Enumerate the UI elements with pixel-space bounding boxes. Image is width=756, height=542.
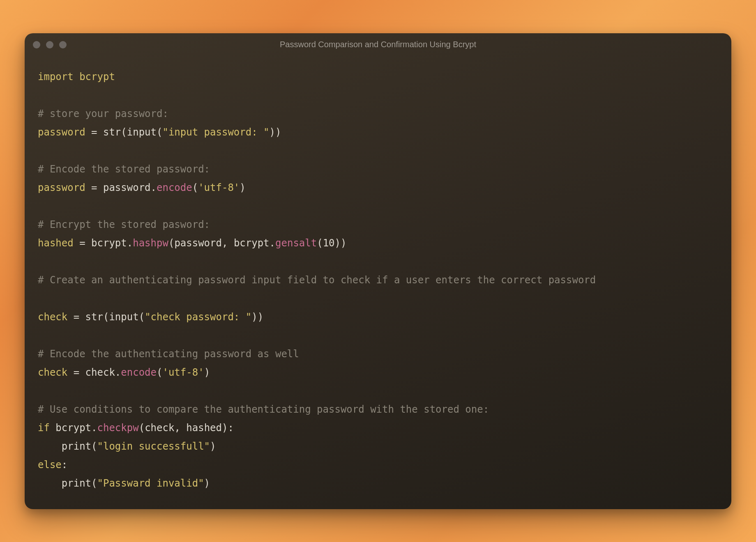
variable: check: [38, 311, 67, 323]
variable: password: [38, 126, 85, 138]
object: check: [85, 367, 115, 378]
code-window: Password Comparison and Confirmation Usi…: [25, 33, 731, 509]
code-editor[interactable]: import bcrypt # store your password: pas…: [25, 56, 731, 509]
comment: # Encode the authenticating password as …: [38, 348, 299, 360]
argument: password: [174, 237, 222, 249]
string: "login successfull": [97, 441, 210, 452]
comment: # store your password:: [38, 108, 168, 119]
comment: # Encrypt the stored pasword:: [38, 219, 210, 230]
keyword: if: [38, 422, 50, 434]
keyword: else: [38, 459, 62, 471]
variable: password: [38, 182, 85, 193]
object: bcrypt: [55, 422, 91, 434]
object: password: [103, 182, 151, 193]
keyword: import: [38, 71, 74, 83]
maximize-icon[interactable]: [59, 41, 67, 48]
close-icon[interactable]: [33, 41, 40, 48]
builtin: input: [109, 311, 138, 323]
string: "input password: ": [162, 126, 269, 138]
method: checkpw: [97, 422, 139, 434]
number: 10: [323, 237, 335, 249]
window-title: Password Comparison and Confirmation Usi…: [25, 40, 731, 49]
object: bcrypt: [234, 237, 270, 249]
comment: # Create an authenticating password inpu…: [38, 274, 596, 286]
string: "Passward invalid": [97, 478, 204, 489]
method: encode: [121, 367, 157, 378]
minimize-icon[interactable]: [46, 41, 53, 48]
string: 'utf-8': [162, 367, 204, 378]
builtin: str: [103, 126, 121, 138]
titlebar: Password Comparison and Confirmation Usi…: [25, 33, 731, 56]
string: "check password: ": [145, 311, 251, 323]
operator: =: [91, 126, 97, 138]
method: gensalt: [275, 237, 317, 249]
comment: # Use conditions to compare the authenti…: [38, 404, 489, 415]
module: bcrypt: [79, 71, 115, 83]
builtin: input: [127, 126, 157, 138]
builtin: print: [62, 478, 91, 489]
variable: check: [38, 367, 67, 378]
comment: # Encode the stored password:: [38, 163, 210, 175]
builtin: print: [62, 441, 91, 452]
traffic-lights: [33, 41, 67, 48]
string: 'utf-8': [198, 182, 240, 193]
method: encode: [157, 182, 192, 193]
object: bcrypt: [91, 237, 127, 249]
variable: hashed: [38, 237, 74, 249]
argument: check: [145, 422, 174, 434]
method: hashpw: [133, 237, 168, 249]
builtin: str: [85, 311, 103, 323]
argument: hashed: [186, 422, 222, 434]
